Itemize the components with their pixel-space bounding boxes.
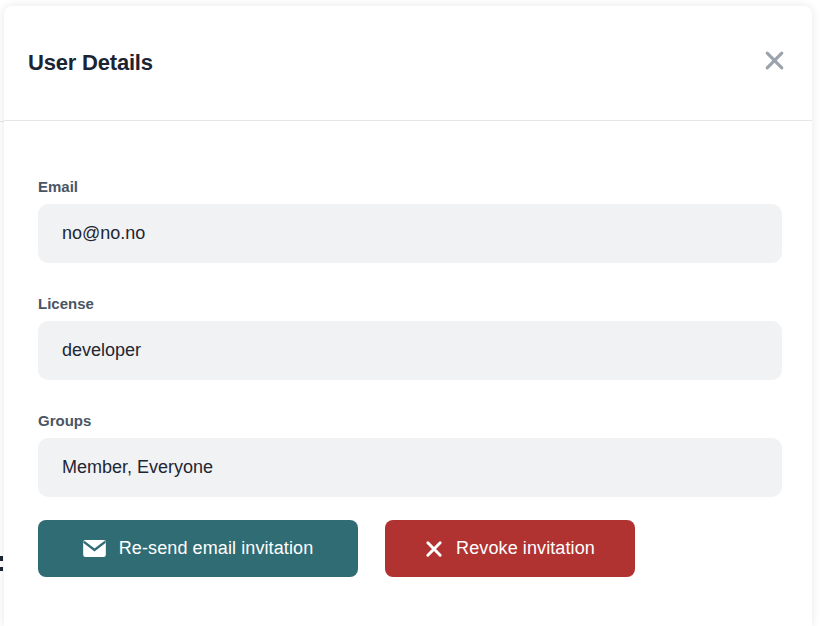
field-group-license: License developer [38, 295, 782, 380]
resend-email-invitation-button[interactable]: Re-send email invitation [38, 520, 358, 577]
revoke-button-label: Revoke invitation [456, 538, 595, 559]
license-value: developer [38, 321, 782, 380]
modal-title: User Details [28, 50, 153, 76]
envelope-icon [83, 540, 106, 557]
close-button[interactable] [754, 40, 794, 80]
groups-value: Member, Everyone [38, 438, 782, 497]
email-label: Email [38, 178, 782, 195]
license-label: License [38, 295, 782, 312]
field-group-email: Email no@no.no [38, 178, 782, 263]
email-value: no@no.no [38, 204, 782, 263]
modal-header: User Details [4, 6, 812, 121]
background-text-fragment [0, 567, 3, 571]
user-details-modal: User Details Email no@no.no License deve… [4, 6, 812, 626]
revoke-invitation-button[interactable]: Revoke invitation [385, 520, 635, 577]
groups-label: Groups [38, 412, 782, 429]
modal-body: Email no@no.no License developer Groups … [4, 121, 812, 577]
field-group-groups: Groups Member, Everyone [38, 412, 782, 497]
x-icon [425, 540, 443, 558]
modal-actions: Re-send email invitation Revoke invitati… [38, 520, 782, 577]
close-icon [762, 48, 787, 73]
background-text-fragment [0, 556, 3, 561]
resend-button-label: Re-send email invitation [119, 538, 314, 559]
